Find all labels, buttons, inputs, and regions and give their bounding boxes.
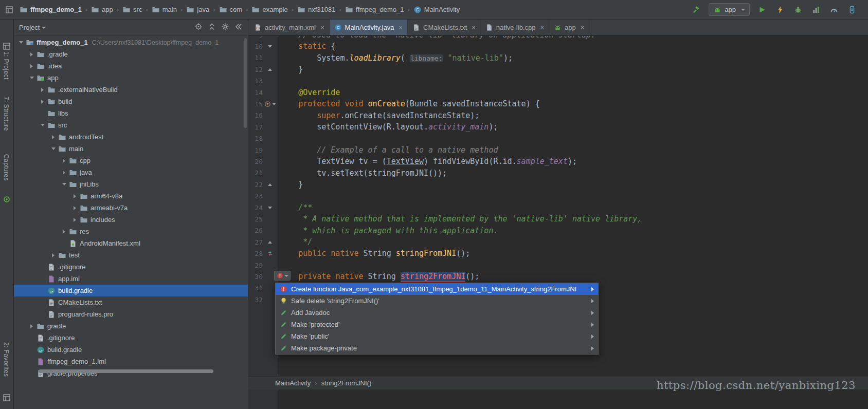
tree-item-cpp[interactable]: cpp	[14, 155, 248, 166]
popup-item[interactable]: Safe delete 'string2FromJNI()'	[276, 295, 598, 307]
code-line-21[interactable]: tv.setText(stringFromJNI());	[280, 168, 868, 179]
tree-item-build.gradle[interactable]: build.gradle	[14, 344, 248, 356]
chevron-collapsed-icon[interactable]	[60, 230, 68, 234]
breadcrumb-item[interactable]: nxf31081	[295, 5, 338, 15]
close-icon[interactable]: ×	[399, 24, 403, 31]
breadcrumb-item[interactable]: src	[120, 5, 144, 15]
fold-down-icon[interactable]	[268, 45, 272, 48]
tree-item-test[interactable]: test	[14, 249, 248, 261]
code-line-18[interactable]	[280, 133, 868, 144]
close-icon[interactable]: ×	[320, 24, 324, 31]
chevron-collapsed-icon[interactable]	[49, 253, 57, 257]
chevron-expanded-icon[interactable]	[60, 183, 68, 185]
tree-item-.idea[interactable]: .idea	[14, 60, 248, 72]
tree-item-gradle[interactable]: gradle	[14, 320, 248, 332]
tree-item-ffmpeg_demo_1.iml[interactable]: ffmpeg_demo_1.iml	[14, 356, 248, 367]
breadcrumb-item[interactable]: com	[217, 5, 245, 15]
tree-item-libs[interactable]: libs	[14, 107, 248, 119]
breadcrumb-item[interactable]: app	[89, 5, 115, 15]
tree-item-proguard-rules.pro[interactable]: proguard-rules.pro	[14, 308, 248, 320]
debug-button[interactable]	[792, 4, 804, 15]
editor-tab-activity_main.xml[interactable]: activity_main.xml×	[249, 20, 330, 35]
popup-item[interactable]: Create function Java_com_example_nxf3108…	[276, 283, 598, 295]
tree-item-CMakeLists.txt[interactable]: CMakeLists.txt	[14, 296, 248, 308]
code-line-15[interactable]: protected void onCreate(Bundle savedInst…	[280, 98, 868, 109]
device-explorer-button[interactable]	[846, 4, 858, 15]
breadcrumb-item[interactable]: ffmpeg_demo_1	[343, 5, 406, 15]
close-icon[interactable]: ×	[540, 24, 544, 31]
vertical-scrollbar[interactable]	[244, 38, 247, 128]
fold-down-icon[interactable]	[268, 207, 272, 209]
locate-button[interactable]	[194, 23, 203, 32]
tree-item-jniLibs[interactable]: jniLibs	[14, 178, 248, 190]
code-line-16[interactable]: super.onCreate(savedInstanceState);	[280, 110, 868, 121]
tree-item-.gitignore[interactable]: .gitignore	[14, 332, 248, 344]
code-line-14[interactable]: @Override	[280, 87, 868, 98]
editor-tab-native-lib.cpp[interactable]: ++native-lib.cpp×	[481, 20, 549, 35]
breadcrumb-item[interactable]: ffmpeg_demo_1	[17, 5, 84, 15]
capture-button[interactable]	[810, 4, 822, 15]
code-line-30[interactable]: private native String string2FromJNI();	[280, 271, 868, 282]
tree-item-androidTest[interactable]: androidTest	[14, 131, 248, 143]
code-line-23[interactable]	[280, 190, 868, 201]
chevron-expanded-icon[interactable]	[28, 77, 35, 79]
close-icon[interactable]: ×	[581, 24, 585, 31]
chevron-expanded-icon[interactable]	[17, 41, 25, 44]
horizontal-scrollbar[interactable]	[39, 369, 213, 373]
breadcrumb-class[interactable]: MainActivity	[275, 379, 311, 387]
stripe-tab-favorites[interactable]: 2: Favorites	[3, 342, 10, 377]
tree-item-arm64-v8a[interactable]: arm64-v8a	[14, 190, 248, 202]
override-method-icon[interactable]	[264, 101, 271, 107]
close-icon[interactable]: ×	[472, 24, 476, 31]
editor-tab-app[interactable]: app×	[549, 20, 589, 35]
tree-item-ffmpeg_demo_1[interactable]: ffmpeg_demo_1C:\Users\nxf31081\Desktop\f…	[14, 36, 248, 48]
breadcrumb-item[interactable]: example	[249, 5, 290, 15]
apply-changes-button[interactable]	[774, 4, 786, 15]
code-line-17[interactable]: setContentView(R.layout.activity_main);	[280, 121, 868, 133]
popup-item[interactable]: Make package-private	[276, 342, 598, 354]
code-line-9[interactable]: // Used to load the 'native-lib' library…	[280, 36, 868, 41]
chevron-collapsed-icon[interactable]	[39, 88, 46, 92]
chevron-collapsed-icon[interactable]	[28, 324, 35, 328]
project-tool-icon[interactable]	[3, 42, 11, 50]
fold-down-icon[interactable]	[272, 103, 276, 105]
popup-item[interactable]: Make 'public'	[276, 330, 598, 342]
profiler-button[interactable]	[828, 4, 840, 15]
project-view-selector[interactable]: Project	[19, 24, 46, 31]
code-line-13[interactable]	[280, 76, 868, 87]
popup-item[interactable]: Make 'protected'	[276, 319, 598, 330]
fold-up-icon[interactable]	[268, 68, 272, 71]
tree-item-java[interactable]: java	[14, 166, 248, 178]
bottom-tool-icon[interactable]	[3, 394, 11, 402]
code-line-29[interactable]	[280, 259, 868, 271]
code-line-25[interactable]: * A native method that is implemented by…	[280, 213, 868, 225]
build-hammer[interactable]	[691, 4, 702, 15]
tree-item-src[interactable]: src	[14, 119, 248, 131]
chevron-collapsed-icon[interactable]	[60, 171, 68, 175]
code-line-19[interactable]: // Example of a call to a native method	[280, 144, 868, 156]
tree-item-.gradle[interactable]: .gradle	[14, 48, 248, 60]
code-line-11[interactable]: System.loadLibrary( libname: "native-lib…	[280, 52, 868, 64]
code-line-20[interactable]: TextView tv = (TextView) findViewById(R.…	[280, 156, 868, 167]
chevron-collapsed-icon[interactable]	[28, 52, 35, 57]
breadcrumb-method[interactable]: string2FromJNI()	[321, 379, 372, 387]
breadcrumb-item[interactable]: java	[184, 5, 211, 15]
tree-item-main[interactable]: main	[14, 143, 248, 155]
stripe-tab-captures[interactable]: Captures	[3, 154, 10, 181]
tree-item-armeabi-v7a[interactable]: armeabi-v7a	[14, 202, 248, 214]
hide-panel-button[interactable]	[234, 23, 243, 32]
code-line-10[interactable]: static {	[280, 41, 868, 52]
chevron-collapsed-icon[interactable]	[28, 64, 35, 68]
code-line-22[interactable]: }	[280, 179, 868, 190]
tree-item-build[interactable]: build	[14, 96, 248, 107]
ide-menu-icon[interactable]	[5, 6, 13, 14]
breadcrumb-item[interactable]: main	[150, 5, 179, 15]
chevron-expanded-icon[interactable]	[49, 147, 57, 150]
tree-item-app.iml[interactable]: app.iml	[14, 273, 248, 285]
stripe-tab-structure[interactable]: 7: Structure	[3, 97, 10, 131]
popup-item[interactable]: Add Javadoc	[276, 307, 598, 319]
fold-up-icon[interactable]	[268, 183, 272, 186]
tree-item-app[interactable]: app	[14, 72, 248, 84]
tree-item-includes[interactable]: includes	[14, 214, 248, 226]
chevron-expanded-icon[interactable]	[39, 124, 46, 126]
